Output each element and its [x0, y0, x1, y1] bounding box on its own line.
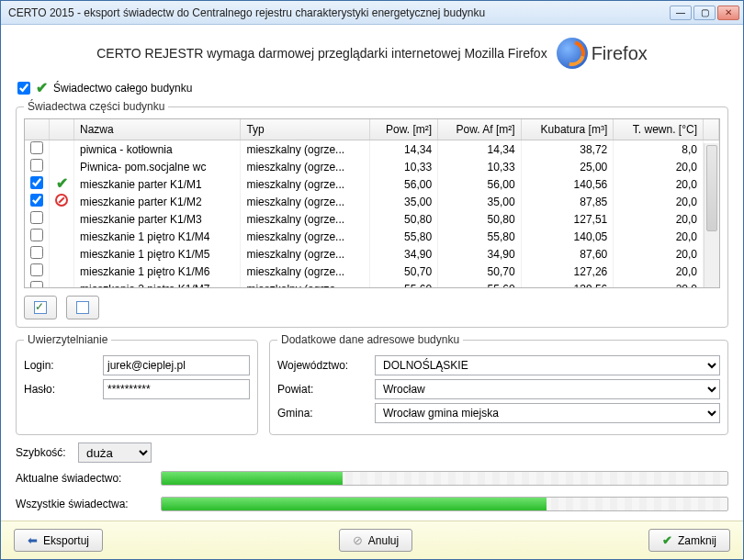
table-row[interactable]: Piwnica- pom.socjalne wcmieszkalny (ogrz… — [25, 158, 719, 175]
export-button[interactable]: ⬅Eksportuj — [14, 529, 103, 552]
table-row[interactable]: ✔mieszkanie parter K1/M1mieszkalny (ogrz… — [25, 175, 719, 193]
row-checkbox[interactable] — [30, 159, 43, 172]
firefox-brand: Firefox — [592, 43, 648, 64]
cell-af: 35,00 — [438, 193, 522, 210]
cell-kub: 139,56 — [521, 280, 614, 288]
table-row[interactable]: mieszkanie 1 piętro K1/M6mieszkalny (ogr… — [25, 263, 719, 280]
maximize-button[interactable]: ▢ — [693, 6, 716, 20]
password-input[interactable] — [103, 379, 250, 399]
row-checkbox[interactable] — [30, 176, 43, 189]
cell-af: 34,90 — [438, 245, 522, 263]
cell-pow: 34,90 — [370, 245, 438, 263]
row-checkbox[interactable] — [30, 246, 43, 259]
gmina-select[interactable]: Wrocław gmina miejska — [375, 403, 720, 423]
cell-pow: 55,60 — [370, 280, 438, 288]
wojewodztwo-label: Województwo: — [277, 359, 369, 372]
cell-kub: 127,51 — [521, 210, 614, 228]
col-typ[interactable]: Typ — [241, 119, 370, 140]
select-none-button[interactable] — [66, 296, 99, 319]
cell-kub: 140,05 — [521, 228, 614, 245]
cell-af: 55,80 — [438, 228, 522, 245]
cell-kub: 25,00 — [521, 158, 614, 175]
cell-typ: mieszkalny (ogrze... — [241, 210, 370, 228]
cell-af: 56,00 — [438, 175, 522, 193]
empty-box-icon — [76, 301, 89, 314]
wojewodztwo-select[interactable]: DOLNOŚLĄSKIE — [375, 355, 720, 375]
cell-twewn: 20,0 — [614, 210, 704, 228]
whole-building-label: Świadectwo całego budynku — [53, 82, 192, 95]
cell-pow: 55,80 — [370, 228, 438, 245]
cell-typ: mieszkalny (ogrze... — [241, 280, 370, 288]
table-scrollbar[interactable] — [704, 143, 719, 287]
window-controls: — ▢ ✕ — [670, 6, 739, 20]
cell-typ: mieszkalny (ogrze... — [241, 140, 370, 159]
row-checkbox[interactable] — [30, 229, 43, 241]
login-label: Login: — [24, 359, 97, 372]
current-progress-row: Aktualne świadectwo: — [16, 471, 728, 486]
table-row[interactable]: mieszkanie parter K1/M3mieszkalny (ogrze… — [25, 210, 719, 228]
cell-af: 10,33 — [438, 158, 522, 175]
row-checkbox[interactable] — [30, 263, 43, 276]
col-nazwa[interactable]: Nazwa — [74, 119, 241, 140]
row-checkbox[interactable] — [30, 194, 43, 207]
col-twewn[interactable]: T. wewn. [°C] — [614, 119, 704, 140]
login-input[interactable] — [103, 355, 250, 375]
mid-row: Uwierzytelnianie Login: Hasło: Dodatkowe… — [16, 333, 728, 435]
auth-fieldset: Uwierzytelnianie Login: Hasło: — [16, 333, 258, 435]
table-row[interactable]: mieszkanie parter K1/M2mieszkalny (ogrze… — [25, 193, 719, 210]
firefox-logo: Firefox — [557, 38, 648, 69]
content: CERTO REJESTR wymaga darmowej przeglądar… — [1, 25, 743, 521]
firefox-info-row: CERTO REJESTR wymaga darmowej przeglądar… — [16, 34, 728, 76]
firefox-message: CERTO REJESTR wymaga darmowej przeglądar… — [96, 46, 547, 61]
address-fieldset: Dodatkowe dane adresowe budynku Wojewódz… — [269, 333, 728, 435]
cell-typ: mieszkalny (ogrze... — [241, 263, 370, 280]
row-checkbox[interactable] — [30, 211, 43, 224]
cell-typ: mieszkalny (ogrze... — [241, 228, 370, 245]
table-row[interactable]: mieszkanie 2 piętro K1/M7mieszkalny (ogr… — [25, 280, 719, 288]
cell-pow: 14,34 — [370, 140, 438, 159]
select-all-button[interactable] — [24, 296, 57, 319]
cell-kub: 38,72 — [521, 140, 614, 159]
cancel-button[interactable]: ⊘Anuluj — [339, 529, 412, 552]
cell-kub: 127,26 — [521, 263, 614, 280]
close-window-button[interactable]: ✕ — [717, 6, 739, 20]
col-af[interactable]: Pow. Af [m²] — [438, 119, 522, 140]
cell-name: mieszkanie parter K1/M3 — [74, 210, 241, 228]
cell-name: Piwnica- pom.socjalne wc — [74, 158, 241, 175]
all-progress-row: Wszystkie świadectwa: — [16, 497, 728, 511]
gmina-label: Gmina: — [277, 407, 369, 420]
titlebar: CERTO 2015 - eksport świadectw do Centra… — [1, 1, 743, 25]
row-checkbox[interactable] — [30, 141, 43, 154]
firefox-icon — [557, 38, 588, 69]
check-icon: ✔ — [36, 82, 48, 95]
arrow-left-icon: ⬅ — [28, 533, 38, 547]
cell-typ: mieszkalny (ogrze... — [241, 193, 370, 210]
check-icon: ✔ — [662, 533, 672, 547]
table-row[interactable]: mieszkanie 1 piętro K1/M4mieszkalny (ogr… — [25, 228, 719, 245]
table-row[interactable]: piwnica - kotłowniamieszkalny (ogrze...1… — [25, 140, 719, 159]
powiat-label: Powiat: — [277, 383, 369, 396]
close-button[interactable]: ✔Zamknij — [648, 529, 730, 552]
powiat-select[interactable]: Wrocław — [375, 379, 720, 399]
cell-af: 50,80 — [438, 210, 522, 228]
cell-name: piwnica - kotłownia — [74, 140, 241, 159]
row-checkbox[interactable] — [30, 281, 43, 288]
cancel-icon: ⊘ — [353, 533, 363, 547]
cell-kub: 87,60 — [521, 245, 614, 263]
cell-name: mieszkanie 1 piętro K1/M5 — [74, 245, 241, 263]
cell-typ: mieszkalny (ogrze... — [241, 245, 370, 263]
col-kub[interactable]: Kubatura [m³] — [521, 119, 614, 140]
cell-name: mieszkanie 1 piętro K1/M6 — [74, 263, 241, 280]
current-progress-label: Aktualne świadectwo: — [16, 472, 153, 485]
whole-building-checkbox[interactable] — [17, 82, 30, 95]
minimize-button[interactable]: — — [670, 6, 692, 20]
checked-box-icon — [34, 301, 47, 314]
cell-twewn: 20,0 — [614, 175, 704, 193]
speed-select[interactable]: duża — [78, 442, 152, 463]
table-row[interactable]: mieszkanie 1 piętro K1/M5mieszkalny (ogr… — [25, 245, 719, 263]
parts-legend: Świadectwa części budynku — [24, 100, 168, 113]
window-title: CERTO 2015 - eksport świadectw do Centra… — [5, 6, 670, 19]
window: CERTO 2015 - eksport świadectw do Centra… — [0, 0, 744, 560]
cell-twewn: 20,0 — [614, 245, 704, 263]
col-pow[interactable]: Pow. [m²] — [370, 119, 438, 140]
